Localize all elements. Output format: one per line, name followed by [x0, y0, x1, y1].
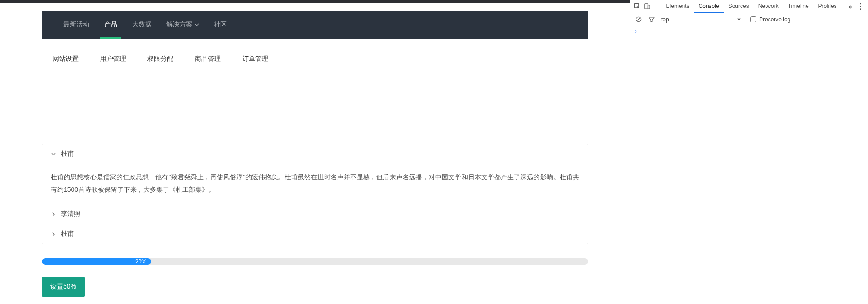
progress-bar-track: 20% [42, 258, 588, 265]
nav-label: 大数据 [132, 20, 152, 29]
page-area: 最新活动 产品 大数据 解决方案 社区 [0, 0, 630, 304]
preserve-log-input[interactable] [750, 16, 756, 22]
nav-item-solutions[interactable]: 解决方案 [159, 11, 206, 39]
filter-icon[interactable] [646, 14, 656, 25]
main-navbar: 最新活动 产品 大数据 解决方案 社区 [42, 11, 588, 39]
context-label: top [661, 16, 669, 23]
chevron-down-icon [51, 151, 56, 157]
svg-rect-1 [645, 4, 648, 9]
subtab-label: 网站设置 [53, 55, 79, 62]
subtab-permissions[interactable]: 权限分配 [137, 49, 184, 69]
tab-label: Elements [666, 3, 689, 9]
devtools-tab-profiles[interactable]: Profiles [814, 0, 841, 13]
devtools-tab-sources[interactable]: Sources [724, 0, 754, 13]
subtab-label: 订单管理 [242, 55, 268, 62]
subtab-user-management[interactable]: 用户管理 [89, 49, 137, 69]
accordion-title: 杜甫 [61, 150, 74, 158]
accordion-header-dufu-1[interactable]: 杜甫 [42, 144, 588, 164]
separator [656, 3, 656, 10]
subtab-label: 权限分配 [147, 55, 173, 62]
tab-label: Profiles [818, 3, 837, 9]
nav-item-latest[interactable]: 最新活动 [56, 11, 97, 39]
nav-item-product[interactable]: 产品 [97, 11, 125, 39]
devtools-tab-elements[interactable]: Elements [662, 0, 694, 13]
subtab-product-management[interactable]: 商品管理 [184, 49, 232, 69]
devtools-panel: Elements Console Sources Network Timelin… [630, 0, 868, 304]
devtools-tab-network[interactable]: Network [754, 0, 783, 13]
more-tabs-icon[interactable] [846, 4, 855, 9]
console-toolbar: top Preserve log [630, 13, 868, 26]
accordion-content: 杜甫的思想核心是儒家的仁政思想，他有"致君尧舜上，再使风俗淳"的宏伟抱负。杜甫虽… [51, 173, 579, 193]
tab-label: Timeline [788, 3, 809, 9]
preserve-log-label: Preserve log [759, 16, 790, 23]
accordion-body: 杜甫的思想核心是儒家的仁政思想，他有"致君尧舜上，再使风俗淳"的宏伟抱负。杜甫虽… [42, 164, 588, 204]
subtab-site-settings[interactable]: 网站设置 [42, 49, 89, 69]
console-prompt-icon: › [634, 28, 637, 34]
tab-label: Network [758, 3, 779, 9]
accordion: 杜甫 杜甫的思想核心是儒家的仁政思想，他有"致君尧舜上，再使风俗淳"的宏伟抱负。… [42, 144, 588, 244]
subtab-label: 商品管理 [195, 55, 221, 62]
svg-point-4 [860, 6, 861, 7]
sub-tabs: 网站设置 用户管理 权限分配 商品管理 订单管理 [42, 49, 588, 69]
nav-label: 社区 [214, 20, 227, 29]
nav-label: 最新活动 [63, 20, 89, 29]
tab-label: Console [699, 3, 719, 9]
accordion-item: 李清照 [42, 204, 588, 224]
nav-item-community[interactable]: 社区 [206, 11, 234, 39]
svg-rect-2 [648, 5, 650, 9]
accordion-item: 杜甫 杜甫的思想核心是儒家的仁政思想，他有"致君尧舜上，再使风俗淳"的宏伟抱负。… [42, 144, 588, 204]
subtab-label: 用户管理 [100, 55, 126, 62]
context-selector[interactable]: top [659, 16, 743, 23]
nav-label: 产品 [104, 20, 117, 29]
clear-console-icon[interactable] [633, 14, 643, 25]
accordion-header-liqingzhao[interactable]: 李清照 [42, 204, 588, 224]
caret-down-icon [737, 16, 741, 23]
accordion-header-dufu-2[interactable]: 杜甫 [42, 224, 588, 244]
chevron-right-icon [51, 211, 56, 217]
progress-bar-fill: 20% [42, 258, 151, 265]
subtab-order-management[interactable]: 订单管理 [232, 49, 279, 69]
devtools-tab-timeline[interactable]: Timeline [783, 0, 814, 13]
caret-down-icon [194, 22, 199, 27]
accordion-title: 杜甫 [61, 230, 74, 238]
accordion-item: 杜甫 [42, 224, 588, 244]
devtools-tab-console[interactable]: Console [694, 0, 724, 13]
kebab-menu-icon[interactable] [856, 1, 865, 12]
tab-label: Sources [729, 3, 749, 9]
inspect-element-icon[interactable] [633, 1, 642, 12]
progress-label: 20% [135, 258, 146, 265]
preserve-log-checkbox[interactable]: Preserve log [750, 16, 790, 23]
button-label: 设置50% [50, 283, 76, 290]
set-50-button[interactable]: 设置50% [42, 277, 85, 297]
svg-point-3 [860, 3, 861, 4]
device-toolbar-icon[interactable] [643, 1, 652, 12]
top-strip [0, 0, 630, 3]
nav-item-bigdata[interactable]: 大数据 [125, 11, 159, 39]
accordion-title: 李清照 [61, 210, 80, 218]
console-body[interactable]: › [630, 26, 868, 304]
svg-point-5 [860, 8, 861, 10]
devtools-tabs: Elements Console Sources Network Timelin… [662, 0, 841, 13]
devtools-toolbar: Elements Console Sources Network Timelin… [630, 0, 868, 13]
nav-label: 解决方案 [166, 20, 192, 29]
chevron-right-icon [51, 231, 56, 237]
